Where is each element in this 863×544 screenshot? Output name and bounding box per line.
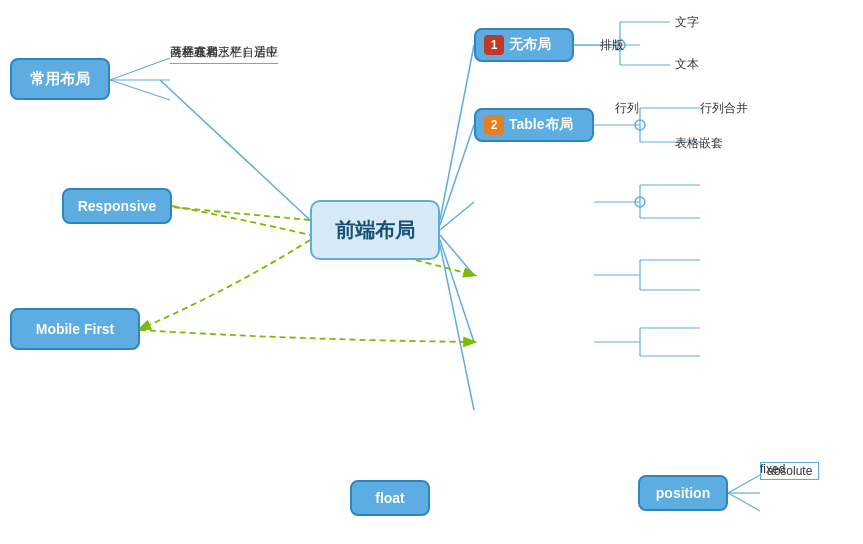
svg-line-41: [728, 493, 760, 511]
svg-point-18: [635, 120, 645, 130]
node1-paiban: 排版: [600, 37, 624, 54]
responsive-label: Responsive: [78, 198, 157, 214]
node1-child-2: 文本: [675, 56, 699, 73]
num-badge-2: 2: [484, 115, 504, 135]
svg-line-3: [440, 235, 474, 275]
mobile-label: Mobile First: [36, 321, 115, 337]
changyong-node: 常用布局: [10, 58, 110, 100]
changyong-item-3: （垂直和水平）居中: [170, 44, 278, 64]
node-2-label: Table布局: [509, 116, 573, 134]
position-node: position: [638, 475, 728, 511]
node1-child-1: 文字: [675, 14, 699, 31]
svg-line-36: [110, 58, 170, 80]
position-fixed: fixed: [760, 462, 785, 476]
node2-hebing: 行列合并: [700, 100, 748, 117]
svg-line-38: [110, 80, 170, 100]
float-node: float: [350, 480, 430, 516]
position-label: position: [656, 485, 710, 501]
responsive-node: Responsive: [62, 188, 172, 224]
svg-line-4: [440, 240, 474, 342]
node-1: 1 无布局: [474, 28, 574, 62]
changyong-label: 常用布局: [30, 70, 90, 89]
center-node: 前端布局: [310, 200, 440, 260]
svg-line-39: [728, 475, 760, 493]
svg-line-1: [440, 125, 474, 225]
num-badge-1: 1: [484, 35, 504, 55]
svg-line-0: [440, 45, 474, 220]
center-label: 前端布局: [335, 217, 415, 244]
node-1-label: 无布局: [509, 36, 551, 54]
node2-biaogequian: 表格嵌套: [675, 135, 723, 152]
float-label: float: [375, 490, 405, 506]
node2-hanglie: 行列: [615, 100, 639, 117]
node-2: 2 Table布局: [474, 108, 594, 142]
svg-line-35: [160, 80, 310, 220]
svg-line-5: [440, 245, 474, 410]
svg-line-2: [440, 202, 474, 230]
svg-point-24: [635, 197, 645, 207]
mobile-first-node: Mobile First: [10, 308, 140, 350]
